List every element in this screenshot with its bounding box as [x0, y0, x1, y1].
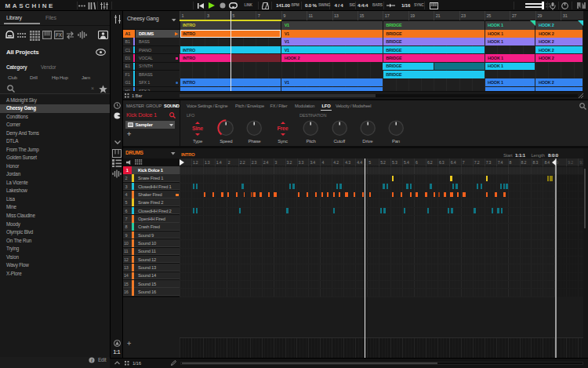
svg-text:FX: FX	[56, 32, 63, 38]
